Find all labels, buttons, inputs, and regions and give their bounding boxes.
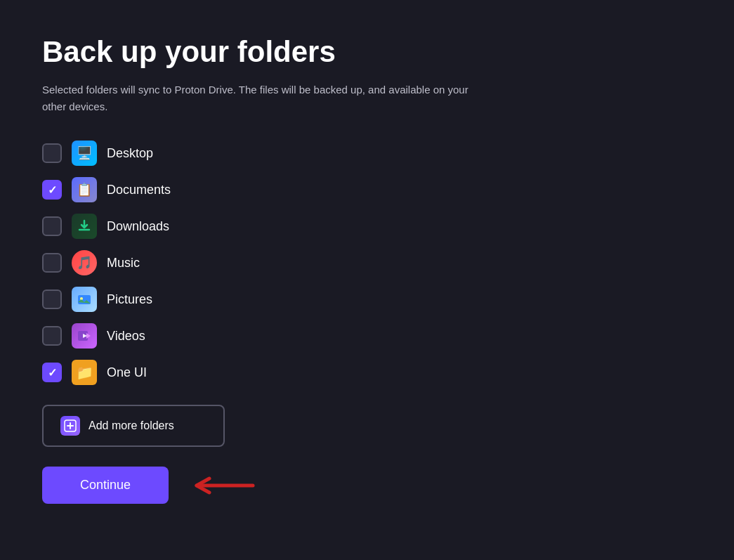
checkbox-videos[interactable] <box>42 326 62 346</box>
videos-icon <box>72 323 97 349</box>
folder-item-oneui: 📁 One UI <box>42 357 534 388</box>
checkbox-desktop[interactable] <box>42 143 62 163</box>
bottom-row: Continue <box>42 467 534 504</box>
folder-item-downloads: Downloads <box>42 211 534 242</box>
folder-name-oneui: One UI <box>107 365 147 380</box>
checkbox-music[interactable] <box>42 253 62 273</box>
folder-item-pictures: Pictures <box>42 284 534 315</box>
main-container: Back up your folders Selected folders wi… <box>42 35 534 504</box>
arrow-pointing-icon <box>183 470 260 501</box>
folder-name-videos: Videos <box>107 329 145 344</box>
add-more-folders-button[interactable]: Add more folders <box>42 405 225 447</box>
music-icon: 🎵 <box>72 250 97 275</box>
documents-icon: 📋 <box>72 177 97 202</box>
folder-item-documents: 📋 Documents <box>42 174 534 205</box>
pictures-icon <box>72 287 97 312</box>
checkbox-pictures[interactable] <box>42 289 62 309</box>
downloads-icon <box>72 214 97 239</box>
folder-name-pictures: Pictures <box>107 292 152 307</box>
page-title: Back up your folders <box>42 35 534 69</box>
folder-list: 🖥️ Desktop 📋 Documents Downloads <box>42 138 534 388</box>
folder-item-desktop: 🖥️ Desktop <box>42 138 534 169</box>
oneui-icon: 📁 <box>72 360 97 385</box>
folder-name-desktop: Desktop <box>107 146 153 161</box>
page-subtitle: Selected folders will sync to Proton Dri… <box>42 82 478 115</box>
checkbox-documents[interactable] <box>42 180 62 200</box>
add-folder-icon <box>60 416 80 436</box>
folder-item-videos: Videos <box>42 320 534 351</box>
folder-name-documents: Documents <box>107 183 171 197</box>
continue-button[interactable]: Continue <box>42 467 169 504</box>
checkbox-oneui[interactable] <box>42 363 62 382</box>
add-more-label: Add more folders <box>89 419 174 432</box>
checkbox-downloads[interactable] <box>42 216 62 236</box>
folder-name-downloads: Downloads <box>107 219 169 234</box>
desktop-icon: 🖥️ <box>72 141 97 166</box>
arrow-indicator <box>183 470 260 501</box>
folder-name-music: Music <box>107 256 140 271</box>
folder-item-music: 🎵 Music <box>42 247 534 278</box>
